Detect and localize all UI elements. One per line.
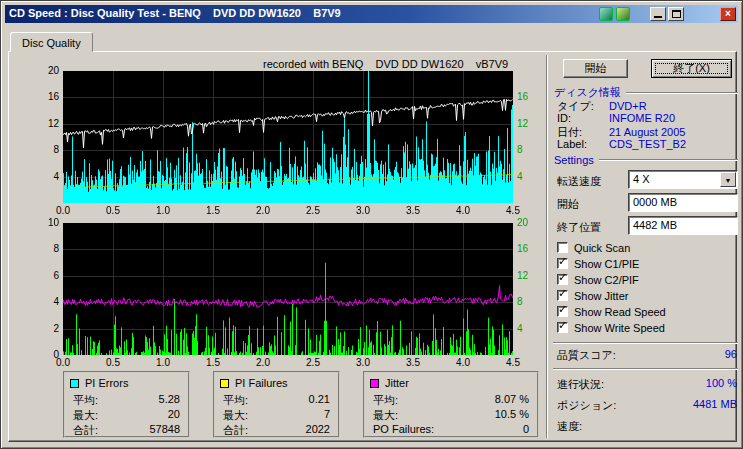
jitter-legend-title: Jitter: [385, 377, 409, 389]
axis-tick-label: 4: [517, 171, 543, 183]
checkbox-show-c1-pie[interactable]: ✓ Show C1/PIE: [557, 257, 639, 270]
checkbox-label: Quick Scan: [574, 242, 630, 254]
drive-status-icon[interactable]: [616, 7, 630, 21]
window-controls: ×: [650, 7, 736, 21]
axis-tick-label: 0.0: [49, 357, 77, 369]
tab-disc-quality[interactable]: Disc Quality: [10, 32, 93, 52]
total-label: 合計:: [223, 423, 248, 438]
legend-row: 最大:20: [73, 408, 180, 423]
axis-tick-label: 4: [517, 323, 543, 335]
position-row: ポジション: 4481 MB: [557, 398, 737, 413]
checkbox-show-c2-pif[interactable]: ✓ Show C2/PIF: [557, 273, 639, 286]
axis-tick-label: 4.0: [449, 357, 477, 369]
chart-header-text: recorded with BENQ DVD DD DW1620 vB7V9: [263, 58, 508, 70]
titlebar[interactable]: CD Speed : Disc Quality Test - BENQ DVD …: [5, 5, 738, 23]
maximize-button[interactable]: [668, 7, 684, 21]
axis-tick-label: 4.5: [499, 357, 527, 369]
disc-id-row: ID:INFOME R20: [557, 112, 675, 124]
quality-score-row: 品質スコア: 96: [557, 348, 737, 363]
speed-dropdown-arrow[interactable]: ▼: [720, 172, 736, 187]
checkbox-show-jitter[interactable]: ✓ Show Jitter: [557, 289, 628, 302]
checkbox-quick-scan[interactable]: ✓ Quick Scan: [557, 241, 630, 254]
show-c1-pie-checkbox[interactable]: ✓: [557, 258, 568, 269]
checkbox-label: Show Jitter: [574, 290, 628, 302]
axis-tick-label: 2.0: [249, 205, 277, 217]
max-label: 最大:: [223, 408, 248, 423]
po-failures-value: 0: [523, 423, 529, 435]
max-value: 10.5 %: [495, 408, 529, 423]
end-position-label: 終了位置: [557, 220, 601, 235]
axis-tick-label: 16: [517, 243, 543, 255]
check-icon: ✓: [558, 287, 567, 300]
end-position-input[interactable]: 4482 MB: [628, 216, 738, 235]
max-label: 最大:: [373, 408, 398, 423]
speed-label: 転送速度: [557, 174, 601, 189]
legend-row: 最大:7: [223, 408, 330, 423]
panel-divider: [546, 55, 548, 438]
settings-header: Settings: [554, 154, 738, 166]
axis-tick-label: 1.5: [199, 357, 227, 369]
pi-failures-legend: PI Failures 平均:0.21 最大:7 合計:2022: [213, 371, 340, 438]
show-read-speed-checkbox[interactable]: ✓: [557, 306, 568, 317]
close-icon: ×: [725, 8, 731, 19]
show-c2-pif-checkbox[interactable]: ✓: [557, 274, 568, 285]
exit-button[interactable]: 終了(X): [651, 59, 732, 78]
pif-color-swatch: [220, 379, 229, 388]
total-value: 57848: [149, 423, 180, 438]
pi-errors-legend-header: PI Errors: [70, 377, 128, 389]
quick-scan-checkbox[interactable]: ✓: [557, 242, 568, 253]
checkbox-label: Show C1/PIE: [574, 258, 639, 270]
legend-row: 合計:57848: [73, 423, 180, 438]
pi-failures-legend-title: PI Failures: [235, 377, 288, 389]
start-position-input[interactable]: 0000 MB: [628, 193, 738, 212]
header-rule: [626, 92, 738, 94]
start-button[interactable]: 開始: [563, 59, 628, 78]
max-value: 7: [324, 408, 330, 423]
legend-row: 合計:2022: [223, 423, 330, 438]
axis-tick-label: 4.5: [499, 205, 527, 217]
checkbox-show-read-speed[interactable]: ✓ Show Read Speed: [557, 305, 666, 318]
cd-speed-app-icon[interactable]: [599, 7, 613, 21]
avg-value: 8.07 %: [495, 393, 529, 408]
separator: [553, 368, 738, 370]
pie-errors-chart: [63, 71, 513, 203]
progress-value: 100 %: [706, 377, 737, 392]
axis-tick-label: 12: [33, 118, 59, 130]
axis-tick-label: 4.0: [449, 205, 477, 217]
check-icon: ✓: [558, 271, 567, 284]
axis-tick-label: 1.5: [199, 205, 227, 217]
speed-row: 速度:: [557, 419, 737, 434]
axis-tick-label: 3.5: [399, 205, 427, 217]
po-failures-label: PO Failures:: [373, 423, 434, 435]
axis-tick-label: 6: [33, 270, 59, 282]
position-value: 4481 MB: [693, 398, 737, 413]
pif-jitter-chart: [63, 223, 513, 355]
close-button[interactable]: ×: [720, 7, 736, 21]
legend-row: 平均:8.07 %: [373, 393, 529, 408]
show-jitter-checkbox[interactable]: ✓: [557, 290, 568, 301]
max-label: 最大:: [73, 408, 98, 423]
chevron-down-icon: ▼: [725, 177, 732, 184]
axis-tick-label: 3.0: [349, 205, 377, 217]
minimize-button[interactable]: [650, 7, 666, 21]
show-write-speed-checkbox[interactable]: ✓: [557, 322, 568, 333]
jitter-color-swatch: [370, 379, 379, 388]
avg-value: 5.28: [159, 393, 180, 408]
minimize-icon: [654, 16, 662, 18]
progress-row: 進行状況: 100 %: [557, 377, 737, 392]
axis-tick-label: 1.0: [149, 205, 177, 217]
axis-tick-label: 16: [517, 91, 543, 103]
position-label: ポジション:: [557, 398, 616, 413]
avg-label: 平均:: [223, 393, 248, 408]
axis-tick-label: 8: [517, 296, 543, 308]
total-value: 2022: [306, 423, 330, 438]
separator: [553, 342, 738, 344]
disc-label-row: Label:CDS_TEST_B2: [557, 138, 686, 150]
legend-row: PO Failures:0: [373, 423, 529, 435]
check-icon: ✓: [558, 319, 567, 332]
speed-dropdown[interactable]: 4 X ▼: [628, 170, 738, 189]
checkbox-show-write-speed[interactable]: ✓ Show Write Speed: [557, 321, 665, 334]
checkbox-label: Show Read Speed: [574, 306, 666, 318]
axis-tick-label: 0.5: [99, 357, 127, 369]
axis-tick-label: 8: [33, 243, 59, 255]
